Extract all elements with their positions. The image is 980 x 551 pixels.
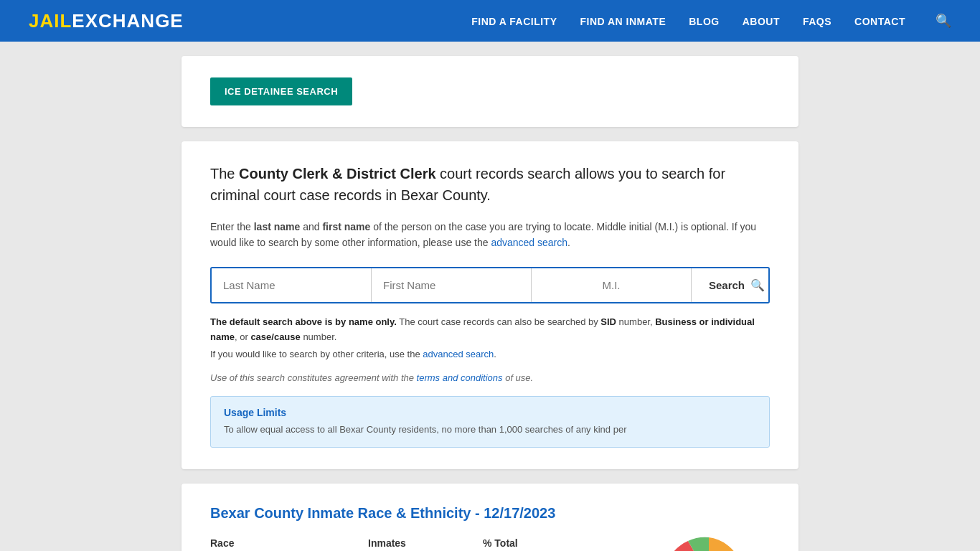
nav-item-faqs[interactable]: FAQs (803, 15, 831, 27)
usage-limits-title: Usage Limits (224, 407, 756, 418)
search-form: Search 🔍 (210, 267, 770, 303)
logo-exchange: EXCHANGE (72, 10, 183, 32)
col-race-header: Race (210, 537, 368, 549)
nav-item-search[interactable]: 🔍 (928, 13, 951, 29)
county-subtext: Enter the last name and first name of th… (210, 219, 770, 251)
stats-title: Bexar County Inmate Race & Ethnicity - 1… (210, 505, 770, 522)
pie-chart (648, 530, 770, 551)
search-button[interactable]: Search 🔍 (692, 268, 770, 302)
usage-limits-text: To allow equal access to all Bexar Count… (224, 423, 756, 437)
terms-line: Use of this search constitutes agreement… (210, 372, 770, 383)
heading-pre: The (210, 166, 239, 182)
nav-links: FIND A FACILITY FIND AN INMATE BLOG ABOU… (471, 13, 951, 29)
county-heading: The County Clerk & District Clerk court … (210, 163, 770, 206)
nav-item-find-inmate[interactable]: FIND AN INMATE (580, 15, 666, 27)
nav-item-blog[interactable]: BLOG (689, 15, 719, 27)
heading-bold: County Clerk & District Clerk (239, 166, 436, 182)
note-default: The default search above is by name only… (210, 316, 397, 327)
nav-item-about[interactable]: ABOUT (743, 15, 780, 27)
page-content: ICE DETAINEE SEARCH The County Clerk & D… (182, 42, 798, 551)
nav-link-faqs[interactable]: FAQs (803, 16, 831, 27)
usage-limits-box: Usage Limits To allow equal access to al… (210, 396, 770, 448)
col-pct-header: % Total (483, 537, 569, 549)
nav-link-find-facility[interactable]: FIND A FACILITY (471, 16, 557, 27)
search-note-1: The default search above is by name only… (210, 315, 770, 345)
note-cause: case/cause (250, 331, 300, 342)
nav-link-find-inmate[interactable]: FIND AN INMATE (580, 16, 666, 27)
logo[interactable]: JAILEXCHANGE (29, 10, 184, 32)
nav-item-contact[interactable]: CONTACT (854, 15, 905, 27)
search-button-label: Search (709, 279, 745, 291)
first-name-input[interactable] (372, 268, 532, 302)
search-icon[interactable]: 🔍 (936, 14, 951, 28)
stats-card: Bexar County Inmate Race & Ethnicity - 1… (182, 484, 798, 551)
nav-link-blog[interactable]: BLOG (689, 16, 719, 27)
note-sid: SID (600, 316, 616, 327)
search-button-icon: 🔍 (750, 278, 765, 292)
ice-detainee-card: ICE DETAINEE SEARCH (182, 56, 798, 127)
nav-item-find-facility[interactable]: FIND A FACILITY (471, 15, 557, 27)
search-note-2: If you would like to search by other cri… (210, 349, 770, 359)
first-name-label: first name (322, 221, 370, 232)
stats-body: Race Inmates % Total (210, 537, 770, 551)
advanced-search-link-bottom[interactable]: advanced search (423, 349, 494, 359)
nav-link-contact[interactable]: CONTACT (854, 16, 905, 27)
mi-input[interactable] (532, 268, 692, 302)
last-name-label: last name (254, 221, 301, 232)
nav-link-about[interactable]: ABOUT (743, 16, 780, 27)
last-name-input[interactable] (212, 268, 372, 302)
navigation: JAILEXCHANGE FIND A FACILITY FIND AN INM… (0, 0, 980, 42)
logo-jail: JAIL (29, 10, 72, 32)
terms-conditions-link[interactable]: terms and conditions (417, 372, 503, 383)
col-inmates-header: Inmates (368, 537, 483, 549)
ice-detainee-button[interactable]: ICE DETAINEE SEARCH (210, 77, 352, 105)
pie-chart-svg (648, 530, 770, 551)
advanced-search-link-top[interactable]: advanced search (491, 237, 567, 248)
county-clerk-card: The County Clerk & District Clerk court … (182, 141, 798, 469)
